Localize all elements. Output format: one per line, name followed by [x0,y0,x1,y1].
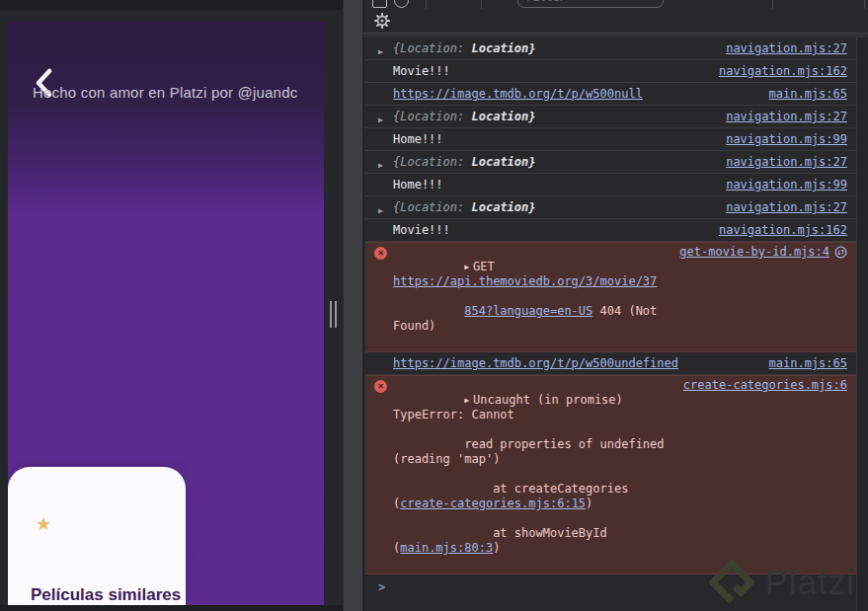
expand-arrow-icon[interactable]: ▶ [378,45,383,59]
screenshot-root: Hecho con amor en Platzi por @juandc ★ P… [0,0,868,611]
similar-movies-title: Películas similares [31,585,181,605]
source-link[interactable]: navigation.mjs:27 [726,155,847,169]
image-url-link[interactable]: https://image.tmdb.org/t/p/w500undefined [393,356,678,370]
stack-frame-link[interactable]: create-categories.mjs:6:15 [400,496,586,510]
expand-arrow-icon[interactable]: ▶ [378,159,383,173]
similar-movies-card: ★ Películas similares [8,467,186,605]
source-link[interactable]: navigation.mjs:99 [726,178,847,191]
console-row-object: ▶ {Location: Location} navigation.mjs:27 [365,151,857,174]
source-link[interactable]: navigation.mjs:99 [726,132,847,146]
source-link[interactable]: create-categories.mjs:6 [683,378,847,393]
expand-arrow-icon[interactable]: ▶ [464,263,469,271]
console-sidebar-icon[interactable] [372,0,387,8]
devtools-dock-splitter[interactable] [343,0,363,611]
toolbar-divider [772,0,773,9]
console-row-log: Movie!!! navigation.mjs:162 [365,219,857,242]
page-footer-caption: Hecho con amor en Platzi por @juandc [33,84,297,101]
console-row-log: Home!!! navigation.mjs:99 [365,174,857,196]
toolbar-divider [481,0,482,9]
source-link[interactable]: navigation.mjs:162 [719,64,847,78]
toolbar-divider [864,0,865,9]
source-link[interactable]: main.mjs:65 [769,356,847,370]
movie-detail-page: Hecho con amor en Platzi por @juandc ★ P… [8,22,324,605]
console-row-log: Home!!! navigation.mjs:99 [365,128,857,151]
source-link[interactable]: navigation.mjs:162 [719,223,847,237]
expand-arrow-icon[interactable]: ▶ [378,114,383,127]
console-row-object: ▶ {Location: Location} navigation.mjs:27 [365,38,857,60]
console-row-log: https://image.tmdb.org/t/p/w500undefined… [365,352,857,375]
console-error-network: ✕ ▶GET https://api.themoviedb.org/3/movi… [365,242,857,352]
console-row-object: ▶ {Location: Location} navigation.mjs:27 [365,196,857,219]
device-viewport-area: Hecho con amor en Platzi por @juandc ★ P… [0,0,343,611]
source-link[interactable]: get-movie-by-id.mjs:4 [679,245,829,260]
star-icon: ★ [36,513,51,535]
image-url-link[interactable]: https://image.tmdb.org/t/p/w500null [393,87,643,101]
console-error-exception: ✕ ▶Uncaught (in promise) TypeError: Cann… [365,375,857,574]
console-messages: ▶ {Location: Location} navigation.mjs:27… [365,38,857,593]
devtools-console-panel: ▶ {Location: Location} navigation.mjs:27… [363,0,868,611]
browser-chrome-strip [0,0,343,10]
stack-frame-link[interactable]: main.mjs:80:3 [400,541,493,555]
viewport-resize-handle[interactable] [324,0,343,611]
filter-input[interactable] [517,0,664,8]
source-link[interactable]: navigation.mjs:27 [726,110,847,123]
request-url-link[interactable]: 854?language=en-US [464,304,592,318]
settings-gear-icon[interactable] [374,13,390,29]
platzi-logo-icon [709,560,754,605]
console-row-log: Movie!!! navigation.mjs:162 [365,60,857,83]
prompt-chevron-icon: > [378,580,385,594]
error-icon: ✕ [374,380,387,393]
expand-arrow-icon[interactable]: ▶ [464,396,469,405]
reveal-in-network-icon[interactable] [834,246,847,259]
source-link[interactable]: main.mjs:65 [769,87,847,101]
console-row-log: https://image.tmdb.org/t/p/w500null main… [365,83,857,106]
console-toolbar [363,0,868,34]
request-url-link[interactable]: https://api.themoviedb.org/3/movie/37 [393,274,657,288]
source-link[interactable]: navigation.mjs:27 [726,200,847,214]
clear-console-icon[interactable] [394,0,409,8]
platzi-watermark-text: Platzi [764,563,855,602]
source-link[interactable]: navigation.mjs:27 [726,41,847,55]
toolbar-divider [426,0,427,9]
console-scrollbar-gutter[interactable] [856,38,868,611]
error-icon: ✕ [374,247,387,260]
expand-arrow-icon[interactable]: ▶ [378,204,383,218]
browser-bottom-strip [0,605,343,611]
platzi-watermark: Platzi [709,560,855,605]
console-row-object: ▶ {Location: Location} navigation.mjs:27 [365,106,857,128]
